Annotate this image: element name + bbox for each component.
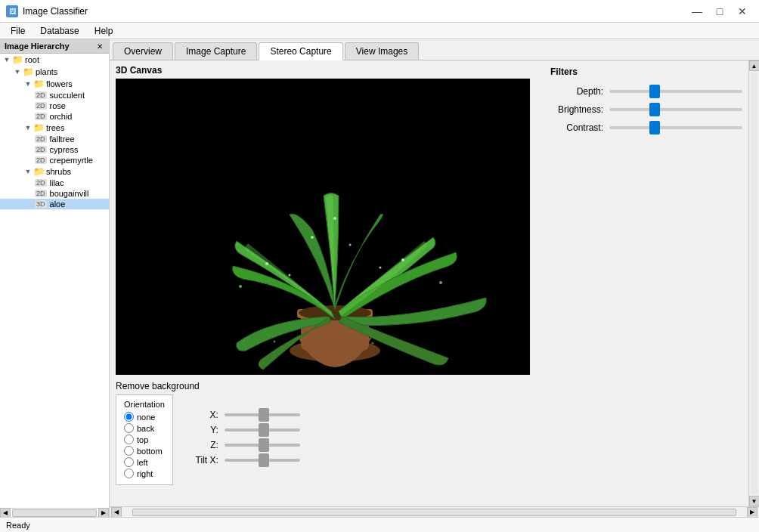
radio-input-back[interactable] (124, 423, 134, 433)
tree-item-trees[interactable]: ▼ 📁 trees (0, 122, 109, 134)
radio-left[interactable]: left (124, 457, 165, 467)
tree-item-shrubs[interactable]: ▼ 📁 shrubs (0, 165, 109, 178)
xyz-z-track[interactable] (225, 444, 300, 447)
horizontal-scrollbar[interactable]: ◀ ▶ (110, 506, 759, 517)
main-area: Image Hierarchy ✕ ▼ 📁 root ▼ 📁 plants ▼ … (0, 39, 759, 517)
canvas-label: 3D Canvas (110, 60, 544, 79)
filter-brightness-thumb[interactable] (649, 103, 660, 116)
tree-item-orchid[interactable]: 2D orchid (0, 111, 109, 122)
filter-contrast-thumb[interactable] (649, 121, 660, 135)
badge-bougainvill: 2D (35, 190, 47, 197)
status-bar: Ready (0, 517, 759, 532)
badge-crepemyrtle: 2D (35, 156, 47, 164)
tree-item-root[interactable]: ▼ 📁 root (0, 54, 109, 66)
tree-item-falltree[interactable]: 2D falltree (0, 134, 109, 144)
tree-item-lilac[interactable]: 2D lilac (0, 178, 109, 188)
xyz-x-track[interactable] (225, 413, 300, 416)
expand-icon-shrubs: ▼ (24, 168, 32, 175)
vscroll-up-button[interactable]: ▲ (749, 60, 760, 71)
badge-falltree: 2D (35, 135, 47, 143)
tab-image-capture[interactable]: Image Capture (175, 42, 257, 60)
expand-icon-flowers: ▼ (24, 80, 32, 88)
tree-item-succulent[interactable]: 2D succulent (0, 90, 109, 101)
xyz-row-z: Z: (188, 440, 300, 450)
tree-label-succulent: succulent (50, 91, 85, 100)
tab-stereo-capture[interactable]: Stereo Capture (259, 42, 342, 60)
xyz-tiltx-thumb[interactable] (259, 453, 269, 467)
vertical-scrollbar[interactable]: ▲ ▼ (748, 60, 759, 506)
radio-back[interactable]: back (124, 423, 165, 433)
radio-input-right[interactable] (124, 469, 134, 478)
app-icon: 🖼 (6, 5, 18, 17)
menu-database[interactable]: Database (33, 24, 86, 38)
tab-overview[interactable]: Overview (113, 42, 173, 60)
sidebar-hscroll-right[interactable]: ▶ (98, 508, 109, 518)
xyz-tiltx-label: Tilt X: (188, 455, 218, 466)
tree-item-cypress[interactable]: 2D cypress (0, 144, 109, 155)
filter-row-depth: Depth: (550, 86, 742, 97)
tree-label-trees: trees (46, 123, 64, 132)
canvas-panel: 3D Canvas (110, 60, 544, 506)
tree-label-bougainvill: bougainvill (50, 189, 89, 198)
xyz-y-track[interactable] (225, 428, 300, 431)
expand-icon-plants: ▼ (14, 68, 21, 76)
radio-right[interactable]: right (124, 469, 165, 478)
filter-contrast-label: Contrast: (550, 122, 603, 133)
svg-point-5 (401, 258, 404, 261)
svg-point-15 (274, 341, 276, 343)
xyz-y-thumb[interactable] (259, 423, 269, 437)
xyz-z-thumb[interactable] (259, 438, 269, 452)
close-button[interactable]: ✕ (732, 1, 753, 22)
filter-depth-track[interactable] (609, 90, 742, 93)
radio-input-left[interactable] (124, 457, 134, 467)
radio-bottom[interactable]: bottom (124, 446, 165, 456)
hscroll-left-button[interactable]: ◀ (111, 507, 122, 518)
tree-item-crepemyrtle[interactable]: 2D crepemyrtle (0, 155, 109, 165)
xyz-row-x: X: (188, 410, 300, 420)
filter-brightness-track[interactable] (609, 108, 742, 111)
maximize-button[interactable]: □ (709, 1, 730, 22)
svg-point-11 (311, 236, 314, 239)
hscroll-right-button[interactable]: ▶ (747, 507, 757, 518)
sidebar-hscroll-left[interactable]: ◀ (0, 508, 11, 518)
menu-file[interactable]: File (3, 24, 33, 38)
title-bar: 🖼 Image Classifier — □ ✕ (0, 0, 759, 23)
sidebar-hscroll-track[interactable] (12, 509, 97, 517)
tree-label-plants: plants (36, 67, 57, 76)
xyz-x-label: X: (188, 410, 218, 420)
radio-input-bottom[interactable] (124, 446, 134, 456)
radio-label-top: top (137, 435, 148, 444)
folder-icon-shrubs: 📁 (33, 166, 45, 177)
tree-item-rose[interactable]: 2D rose (0, 101, 109, 111)
tree-item-aloe[interactable]: 3D aloe (0, 199, 109, 209)
badge-succulent: 2D (35, 91, 47, 99)
xyz-tiltx-track[interactable] (225, 459, 300, 462)
minimize-button[interactable]: — (686, 1, 708, 22)
vscroll-down-button[interactable]: ▼ (749, 496, 760, 506)
radio-top[interactable]: top (124, 435, 165, 444)
tree-item-flowers[interactable]: ▼ 📁 flowers (0, 78, 109, 90)
sidebar-header: Image Hierarchy ✕ (0, 39, 109, 54)
tree-item-bougainvill[interactable]: 2D bougainvill (0, 188, 109, 199)
hscroll-track[interactable] (132, 509, 736, 516)
xyz-z-label: Z: (188, 440, 218, 450)
vscroll-track[interactable] (751, 73, 758, 494)
tree-label-shrubs: shrubs (46, 167, 71, 176)
radio-input-none[interactable] (124, 412, 134, 422)
title-bar-controls: — □ ✕ (686, 1, 753, 22)
radio-label-bottom: bottom (137, 447, 163, 456)
radio-none[interactable]: none (124, 412, 165, 422)
filter-contrast-track[interactable] (609, 126, 742, 129)
sidebar-close-button[interactable]: ✕ (95, 42, 104, 51)
xyz-x-thumb[interactable] (259, 408, 269, 422)
tab-view-images[interactable]: View Images (345, 42, 419, 60)
tree-label-crepemyrtle: crepemyrtle (50, 156, 93, 165)
radio-input-top[interactable] (124, 435, 134, 444)
filter-depth-thumb[interactable] (649, 85, 660, 98)
tree-label-rose: rose (50, 101, 66, 110)
canvas-container[interactable] (116, 79, 530, 375)
radio-label-left: left (137, 458, 148, 467)
tree-item-plants[interactable]: ▼ 📁 plants (0, 66, 109, 78)
menu-help[interactable]: Help (87, 24, 121, 38)
sidebar-hscroll-bar[interactable]: ◀ ▶ (0, 508, 109, 517)
